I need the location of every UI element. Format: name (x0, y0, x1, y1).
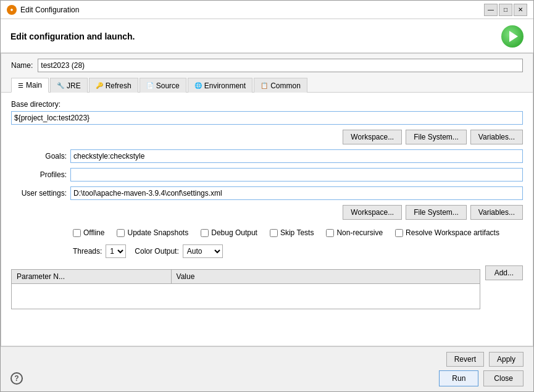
offline-checkbox-item: Offline (73, 228, 104, 237)
tab-refresh-label: Refresh (106, 81, 131, 90)
main-content: Base directory: Workspace... File System… (1, 93, 533, 346)
debug-output-label: Debug Output (211, 228, 257, 237)
goals-row: Goals: (11, 149, 523, 163)
tab-jre-label: JRE (67, 81, 81, 90)
title-bar: Edit Configuration — □ ✕ (1, 1, 533, 19)
base-dir-label: Base directory: (11, 100, 523, 109)
user-settings-input[interactable] (70, 186, 523, 200)
checkbox-group: Offline Update Snapshots Debug Output Sk… (11, 228, 523, 237)
footer-bottom-buttons: ? Run Close (10, 370, 524, 386)
goals-label: Goals: (11, 152, 67, 161)
close-window-button[interactable]: ✕ (514, 4, 527, 16)
add-btn-wrapper: Add... (485, 265, 523, 309)
update-snapshots-label: Update Snapshots (127, 228, 188, 237)
run-icon-button[interactable] (501, 25, 524, 48)
update-snapshots-checkbox[interactable] (117, 229, 125, 237)
tabs-row: ☰ Main 🔧 JRE 🔑 Refresh 📄 Source 🌐 Enviro… (1, 77, 533, 93)
env-tab-icon: 🌐 (194, 82, 202, 89)
tab-common[interactable]: 📋 Common (254, 78, 307, 93)
resolve-workspace-checkbox[interactable] (395, 229, 403, 237)
base-dir-section: Base directory: (11, 100, 523, 125)
threads-label: Threads: (73, 247, 102, 256)
resolve-workspace-label: Resolve Workspace artifacts (406, 228, 499, 237)
window: Edit Configuration — □ ✕ Edit configurat… (0, 0, 534, 392)
tab-source-label: Source (156, 81, 180, 90)
non-recursive-label: Non-recursive (336, 228, 383, 237)
maximize-button[interactable]: □ (499, 4, 512, 16)
profiles-label: Profiles: (11, 170, 67, 179)
skip-tests-label: Skip Tests (280, 228, 314, 237)
color-output-item: Color Output: Auto Always Never (135, 244, 222, 258)
tab-main-label: Main (26, 81, 42, 90)
color-output-label: Color Output: (135, 247, 178, 256)
title-bar-left: Edit Configuration (7, 5, 79, 15)
add-button[interactable]: Add... (485, 265, 523, 280)
user-settings-buttons: Workspace... File System... Variables... (11, 205, 523, 220)
main-tab-icon: ☰ (18, 82, 23, 89)
tab-refresh[interactable]: 🔑 Refresh (89, 78, 138, 93)
profiles-input[interactable] (70, 168, 523, 181)
workspace-button-2[interactable]: Workspace... (343, 205, 402, 220)
variables-button-1[interactable]: Variables... (470, 130, 523, 144)
base-dir-buttons: Workspace... File System... Variables... (11, 130, 523, 144)
base-dir-input[interactable] (11, 111, 523, 125)
source-tab-icon: 📄 (146, 82, 154, 89)
content-area: Name: ☰ Main 🔧 JRE 🔑 Refresh 📄 Source � (1, 53, 533, 346)
skip-tests-checkbox[interactable] (270, 229, 278, 237)
name-label: Name: (11, 61, 33, 70)
file-system-button-2[interactable]: File System... (406, 205, 467, 220)
param-table-body (12, 284, 480, 309)
color-output-select[interactable]: Auto Always Never (183, 244, 223, 258)
debug-output-checkbox[interactable] (201, 229, 209, 237)
goals-input[interactable] (70, 149, 523, 163)
skip-tests-checkbox-item: Skip Tests (270, 228, 314, 237)
tab-environment-label: Environment (204, 81, 246, 90)
refresh-tab-icon: 🔑 (96, 82, 103, 89)
revert-button[interactable]: Revert (446, 352, 484, 367)
tab-source[interactable]: 📄 Source (140, 78, 186, 93)
offline-checkbox[interactable] (73, 229, 81, 237)
file-system-button-1[interactable]: File System... (406, 130, 467, 144)
common-tab-icon: 📋 (261, 82, 268, 89)
footer: Revert Apply ? Run Close (1, 346, 533, 391)
non-recursive-checkbox-item: Non-recursive (326, 228, 383, 237)
close-button[interactable]: Close (483, 370, 524, 386)
debug-output-checkbox-item: Debug Output (201, 228, 257, 237)
run-button[interactable]: Run (439, 370, 478, 386)
profiles-row: Profiles: (11, 168, 523, 181)
jre-tab-icon: 🔧 (57, 82, 64, 89)
minimize-button[interactable]: — (484, 4, 498, 16)
apply-button[interactable]: Apply (489, 352, 524, 367)
non-recursive-checkbox[interactable] (326, 229, 334, 237)
workspace-button-1[interactable]: Workspace... (343, 130, 402, 144)
param-col2-header: Value (172, 270, 480, 283)
help-icon[interactable]: ? (10, 372, 23, 385)
offline-label: Offline (83, 228, 104, 237)
name-input[interactable] (38, 59, 523, 72)
header-title: Edit configuration and launch. (10, 31, 135, 41)
param-table-container: Parameter N... Value Add... (11, 265, 523, 309)
title-buttons: — □ ✕ (484, 4, 527, 16)
user-settings-row: User settings: (11, 186, 523, 200)
param-table: Parameter N... Value (11, 269, 480, 309)
header-section: Edit configuration and launch. (1, 19, 533, 53)
update-snapshots-checkbox-item: Update Snapshots (117, 228, 188, 237)
name-row: Name: (1, 54, 533, 77)
variables-button-2[interactable]: Variables... (470, 205, 523, 220)
app-icon (7, 5, 17, 15)
tab-jre[interactable]: 🔧 JRE (50, 78, 88, 93)
footer-top-buttons: Revert Apply (10, 352, 524, 367)
tab-environment[interactable]: 🌐 Environment (188, 78, 252, 93)
param-table-header: Parameter N... Value (12, 270, 480, 284)
param-col1-header: Parameter N... (12, 270, 172, 283)
resolve-workspace-checkbox-item: Resolve Workspace artifacts (395, 228, 499, 237)
tab-main[interactable]: ☰ Main (11, 78, 49, 93)
user-settings-label: User settings: (11, 189, 67, 198)
tab-common-label: Common (270, 81, 301, 90)
footer-right-buttons: Run Close (439, 370, 524, 386)
threads-item: Threads: 1 2 4 8 (73, 244, 126, 258)
threads-select[interactable]: 1 2 4 8 (106, 244, 126, 258)
window-title: Edit Configuration (20, 6, 79, 14)
threads-color-row: Threads: 1 2 4 8 Color Output: Auto Alwa… (11, 244, 523, 258)
